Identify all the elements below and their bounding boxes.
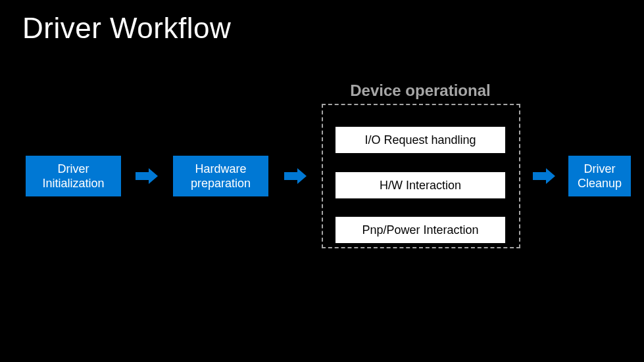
arrow-icon [136, 168, 158, 184]
box-driver-cleanup: Driver Cleanup [568, 156, 631, 196]
slide: Driver Workflow Device operational Drive… [0, 0, 644, 362]
box-driver-initialization: Driver Initialization [26, 156, 121, 196]
box-hardware-preparation: Hardware preparation [173, 156, 268, 196]
arrow-icon [533, 168, 555, 184]
box-hw-interaction: H/W Interaction [335, 172, 505, 198]
slide-title: Driver Workflow [22, 12, 231, 45]
box-pnp-power-interaction: Pnp/Power Interaction [335, 217, 505, 243]
section-label: Device operational [322, 81, 519, 100]
arrow-icon [284, 168, 307, 184]
box-io-request-handling: I/O Request handling [335, 127, 505, 153]
